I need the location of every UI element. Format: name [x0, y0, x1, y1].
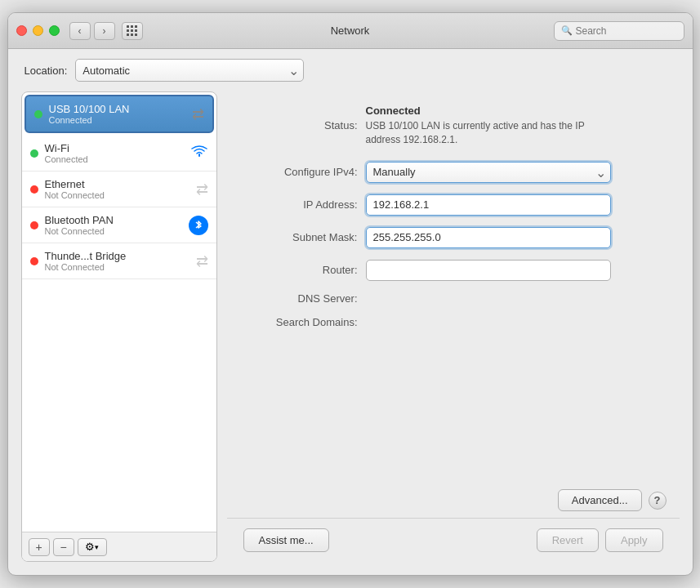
ip-address-row: IP Address:	[243, 194, 663, 216]
right-panel: Status: Connected USB 10/100 LAN is curr…	[227, 91, 680, 562]
status-dot-red	[30, 221, 38, 229]
arrows-icon: ⇄	[196, 252, 208, 270]
location-select[interactable]: Automatic Home Work Edit Locations...	[75, 59, 304, 82]
item-status: Not Connected	[45, 190, 196, 200]
window-title: Network	[331, 24, 370, 37]
sidebar-item-bluetooth-pan[interactable]: Bluetooth PAN Not Connected	[22, 207, 216, 243]
item-name: USB 10/100 LAN	[49, 103, 192, 115]
main-content: USB 10/100 LAN Connected ⇄ Wi-Fi Connect…	[8, 91, 693, 575]
search-icon: 🔍	[561, 25, 573, 36]
sidebar-item-wifi[interactable]: Wi-Fi Connected	[22, 136, 216, 172]
remove-interface-button[interactable]: −	[53, 538, 74, 556]
status-dot-red	[30, 185, 38, 194]
location-bar: Location: Automatic Home Work Edit Locat…	[8, 49, 693, 91]
item-name: Wi-Fi	[45, 142, 190, 154]
sidebar-item-ethernet[interactable]: Ethernet Not Connected ⇄	[22, 172, 216, 207]
item-name: Ethernet	[45, 178, 196, 190]
advanced-button[interactable]: Advanced...	[558, 489, 642, 511]
back-button[interactable]: ‹	[69, 22, 91, 40]
router-input[interactable]	[366, 260, 611, 281]
help-button[interactable]: ?	[649, 492, 667, 510]
status-info: Connected USB 10/100 LAN is currently ac…	[366, 105, 595, 147]
item-info: Thunde...t Bridge Not Connected	[45, 250, 196, 272]
bluetooth-icon	[189, 216, 208, 235]
location-select-wrapper: Automatic Home Work Edit Locations... ⌄	[75, 59, 304, 82]
status-dot-red	[30, 257, 38, 265]
item-name: Thunde...t Bridge	[45, 250, 196, 262]
revert-button[interactable]: Revert	[537, 528, 599, 552]
subnet-mask-label: Subnet Mask:	[243, 231, 358, 243]
subnet-mask-row: Subnet Mask:	[243, 227, 663, 248]
status-label: Status:	[243, 119, 358, 131]
location-label: Location:	[25, 65, 68, 77]
item-info: Wi-Fi Connected	[45, 142, 190, 164]
configure-select-wrapper: Manually Using DHCP Using DHCP with manu…	[366, 162, 611, 183]
search-domains-row: Search Domains:	[243, 316, 663, 328]
item-status: Connected	[45, 154, 190, 164]
sidebar-list: USB 10/100 LAN Connected ⇄ Wi-Fi Connect…	[22, 92, 216, 532]
form-area: Status: Connected USB 10/100 LAN is curr…	[227, 91, 680, 483]
dns-server-label: DNS Server:	[243, 292, 358, 305]
add-interface-button[interactable]: +	[29, 538, 50, 556]
close-button[interactable]	[16, 25, 27, 36]
traffic-lights	[16, 25, 60, 36]
search-input[interactable]	[576, 25, 677, 37]
router-row: Router:	[243, 260, 663, 281]
sidebar: USB 10/100 LAN Connected ⇄ Wi-Fi Connect…	[21, 91, 217, 562]
panel-bottom: Advanced... ?	[227, 483, 680, 518]
item-info: USB 10/100 LAN Connected	[49, 103, 192, 125]
status-description: USB 10/100 LAN is currently active and h…	[366, 119, 595, 147]
footer-buttons: Assist me... Revert Apply	[227, 518, 680, 562]
sidebar-item-thunderbolt-bridge[interactable]: Thunde...t Bridge Not Connected ⇄	[22, 243, 216, 279]
apps-grid-button[interactable]	[122, 22, 143, 40]
item-info: Ethernet Not Connected	[45, 178, 196, 200]
status-connected: Connected	[366, 105, 595, 117]
sidebar-toolbar: + − ⚙ ▾	[22, 532, 216, 561]
arrows-icon: ⇄	[192, 105, 204, 123]
subnet-mask-input[interactable]	[366, 227, 611, 248]
router-label: Router:	[243, 264, 358, 276]
search-domains-label: Search Domains:	[243, 316, 358, 328]
grid-icon	[127, 25, 138, 37]
item-info: Bluetooth PAN Not Connected	[45, 214, 189, 236]
item-name: Bluetooth PAN	[45, 214, 189, 226]
titlebar: ‹ › Network 🔍	[8, 13, 693, 49]
nav-buttons: ‹ ›	[69, 22, 115, 40]
forward-button[interactable]: ›	[94, 22, 115, 40]
ip-address-input[interactable]	[366, 194, 611, 216]
dns-server-row: DNS Server:	[243, 292, 663, 305]
status-dot-green	[34, 110, 42, 118]
wifi-icon	[190, 145, 208, 162]
configure-label: Configure IPv4:	[243, 166, 358, 178]
arrows-icon: ⇄	[196, 180, 208, 198]
assist-me-button[interactable]: Assist me...	[243, 528, 329, 552]
status-dot-green	[30, 149, 38, 158]
status-row: Status: Connected USB 10/100 LAN is curr…	[243, 105, 663, 147]
maximize-button[interactable]	[49, 25, 60, 36]
gear-icon: ⚙	[85, 541, 95, 553]
sidebar-item-usb-lan[interactable]: USB 10/100 LAN Connected ⇄	[25, 95, 214, 133]
item-status: Not Connected	[45, 262, 196, 272]
ip-address-label: IP Address:	[243, 198, 358, 211]
item-status: Not Connected	[45, 226, 189, 236]
configure-ipv4-select[interactable]: Manually Using DHCP Using DHCP with manu…	[366, 162, 611, 183]
interface-settings-button[interactable]: ⚙ ▾	[78, 538, 107, 556]
item-status: Connected	[49, 115, 192, 125]
minimize-button[interactable]	[33, 25, 43, 36]
configure-ipv4-row: Configure IPv4: Manually Using DHCP Usin…	[243, 162, 663, 183]
apply-button[interactable]: Apply	[605, 528, 663, 552]
network-window: ‹ › Network 🔍 Location: Automatic Home	[7, 12, 693, 576]
search-box[interactable]: 🔍	[554, 21, 684, 41]
